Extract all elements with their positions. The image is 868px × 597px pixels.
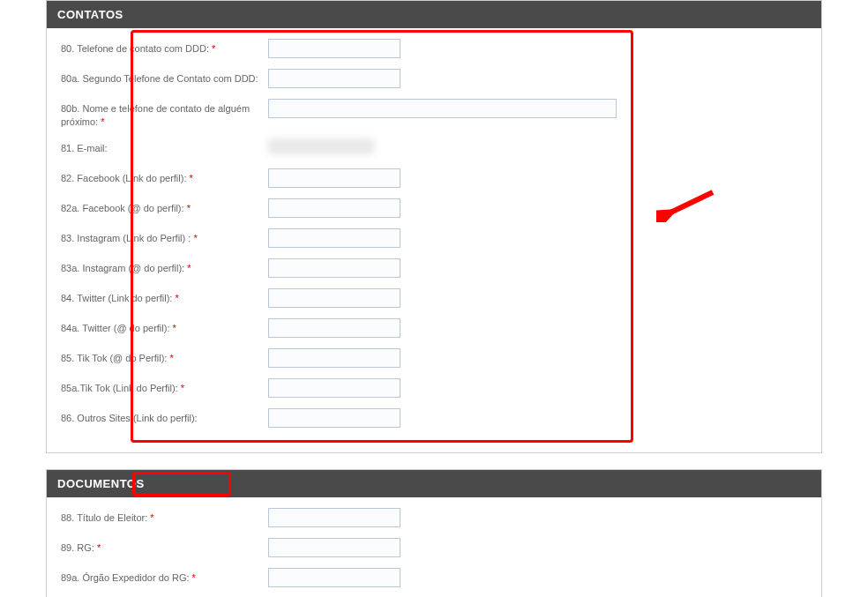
label-tiktok-link: 85a.Tik Tok (Link do Perfil): *	[61, 378, 268, 395]
section-header-contatos: CONTATOS	[47, 1, 821, 28]
label-titulo-eleitor: 88. Título de Eleitor: *	[61, 508, 268, 525]
field-instagram-link: 83. Instagram (Link do Perfil) : *	[61, 228, 807, 250]
label-instagram-link: 83. Instagram (Link do Perfil) : *	[61, 228, 268, 245]
input-rg[interactable]	[268, 538, 400, 557]
field-orgao-expedidor: 89a. Órgão Expedidor do RG: *	[61, 568, 807, 589]
input-twitter-at[interactable]	[268, 318, 400, 338]
label-contato-proximo: 80b. Nome e telefone de contato de algué…	[61, 99, 268, 130]
section-body-documentos: 88. Título de Eleitor: * 89. RG: * 89a. …	[47, 497, 821, 597]
field-rg: 89. RG: *	[61, 538, 807, 559]
field-twitter-link: 84. Twitter (Link do perfil): *	[61, 288, 807, 310]
label-facebook-link: 82. Facebook (Link do perfil): *	[61, 168, 268, 185]
input-outros-sites[interactable]	[268, 408, 400, 428]
label-email: 81. E-mail:	[61, 138, 268, 155]
section-documentos: DOCUMENTOS 88. Título de Eleitor: * 89. …	[46, 469, 822, 597]
input-facebook-at[interactable]	[268, 198, 400, 218]
input-telefone-ddd[interactable]	[268, 39, 400, 58]
label-rg: 89. RG: *	[61, 538, 268, 555]
input-tiktok-link[interactable]	[268, 378, 400, 398]
field-twitter-at: 84a. Twitter (@ do perfil): *	[61, 318, 807, 340]
field-outros-sites: 86. Outros Sites (Link do perfil):	[61, 408, 807, 429]
label-twitter-at: 84a. Twitter (@ do perfil): *	[61, 318, 268, 335]
input-segundo-telefone[interactable]	[268, 69, 400, 88]
input-titulo-eleitor[interactable]	[268, 508, 400, 527]
field-segundo-telefone: 80a. Segundo Telefone de Contato com DDD…	[61, 69, 807, 90]
label-instagram-at: 83a. Instagram (@ do perfil): *	[61, 258, 268, 275]
section-header-documentos: DOCUMENTOS	[47, 470, 821, 497]
label-telefone-ddd: 80. Telefone de contato com DDD: *	[61, 39, 268, 56]
input-instagram-link[interactable]	[268, 228, 400, 248]
field-instagram-at: 83a. Instagram (@ do perfil): *	[61, 258, 807, 280]
field-tiktok-link: 85a.Tik Tok (Link do Perfil): *	[61, 378, 807, 399]
field-telefone-ddd: 80. Telefone de contato com DDD: *	[61, 39, 807, 60]
field-facebook-link: 82. Facebook (Link do perfil): *	[61, 168, 807, 190]
label-twitter-link: 84. Twitter (Link do perfil): *	[61, 288, 268, 305]
field-tiktok-at: 85. Tik Tok (@ do Perfil): *	[61, 348, 807, 369]
input-facebook-link[interactable]	[268, 168, 400, 188]
input-tiktok-at[interactable]	[268, 348, 400, 368]
field-titulo-eleitor: 88. Título de Eleitor: *	[61, 508, 807, 529]
form-page: CONTATOS 80. Telefone de contato com DDD…	[46, 0, 822, 597]
label-tiktok-at: 85. Tik Tok (@ do Perfil): *	[61, 348, 268, 365]
label-facebook-at: 82a. Facebook (@ do perfil): *	[61, 198, 268, 215]
field-email: 81. E-mail:	[61, 138, 807, 160]
input-instagram-at[interactable]	[268, 258, 400, 278]
section-body-contatos: 80. Telefone de contato com DDD: * 80a. …	[47, 28, 821, 452]
input-twitter-link[interactable]	[268, 288, 400, 308]
input-contato-proximo[interactable]	[268, 99, 617, 118]
value-email-blurred	[268, 138, 374, 154]
input-orgao-expedidor[interactable]	[268, 568, 400, 587]
field-contato-proximo: 80b. Nome e telefone de contato de algué…	[61, 99, 807, 130]
section-contatos: CONTATOS 80. Telefone de contato com DDD…	[46, 0, 822, 453]
label-orgao-expedidor: 89a. Órgão Expedidor do RG: *	[61, 568, 268, 585]
label-outros-sites: 86. Outros Sites (Link do perfil):	[61, 408, 268, 425]
field-facebook-at: 82a. Facebook (@ do perfil): *	[61, 198, 807, 220]
label-segundo-telefone: 80a. Segundo Telefone de Contato com DDD…	[61, 69, 268, 86]
